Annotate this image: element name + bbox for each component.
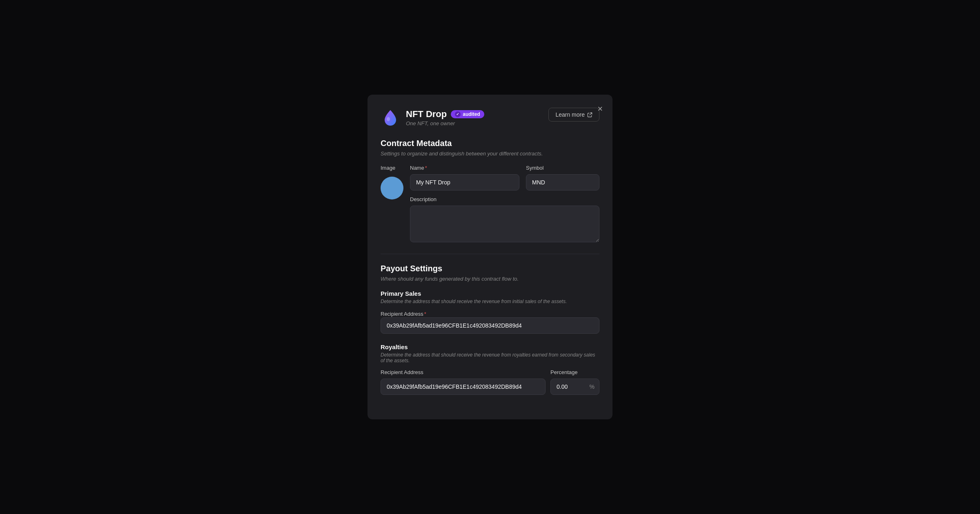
learn-more-button[interactable]: Learn more — [548, 108, 599, 122]
contract-metadata-desc: Settings to organize and distinguish bet… — [381, 151, 599, 157]
payout-settings-section: Payout Settings Where should any funds g… — [381, 264, 599, 395]
primary-sales-desc: Determine the address that should receiv… — [381, 299, 599, 304]
primary-recipient-required: * — [424, 311, 426, 317]
metadata-fields-column: Name* Symbol Description — [410, 165, 599, 242]
primary-recipient-label: Recipient Address* — [381, 311, 426, 317]
description-field-group: Description — [410, 196, 599, 242]
royalties-percentage-input[interactable] — [550, 379, 599, 395]
payout-settings-title: Payout Settings — [381, 264, 599, 273]
modal-title-group: NFT Drop ✓ audited One NFT, one owner — [406, 109, 484, 126]
svg-point-0 — [387, 117, 390, 121]
name-required: * — [425, 165, 427, 171]
audited-badge: ✓ audited — [451, 110, 484, 118]
contract-metadata-title: Contract Metadata — [381, 139, 599, 148]
name-input[interactable] — [410, 174, 519, 191]
name-field-group: Name* — [410, 165, 519, 191]
royalties-percentage-label: Percentage — [550, 369, 599, 375]
contract-metadata-section: Contract Metadata Settings to organize a… — [381, 139, 599, 242]
payout-settings-desc: Where should any funds generated by this… — [381, 276, 599, 282]
learn-more-label: Learn more — [555, 111, 585, 118]
primary-sales-title: Primary Sales — [381, 290, 599, 297]
modal-header-left: NFT Drop ✓ audited One NFT, one owner — [381, 108, 484, 127]
symbol-label: Symbol — [526, 165, 599, 171]
check-icon: ✓ — [455, 111, 461, 117]
royalties-percentage-group: Percentage % — [550, 369, 599, 395]
close-button[interactable]: × — [596, 103, 604, 115]
metadata-form: Image Name* Symbol — [381, 165, 599, 242]
description-textarea[interactable] — [410, 206, 599, 242]
image-label: Image — [381, 165, 403, 171]
modal-overlay: × NFT Drop — [0, 0, 980, 514]
name-symbol-row: Name* Symbol — [410, 165, 599, 191]
section-divider — [381, 254, 599, 254]
royalties-recipient-label: Recipient Address — [381, 369, 546, 375]
external-link-icon — [587, 112, 592, 117]
audited-label: audited — [463, 111, 480, 117]
royalties-subsection: Royalties Determine the address that sho… — [381, 343, 599, 395]
modal-subtitle: One NFT, one owner — [406, 120, 484, 126]
percent-input-wrapper: % — [550, 379, 599, 395]
symbol-input[interactable] — [526, 174, 599, 191]
modal-title-row: NFT Drop ✓ audited — [406, 109, 484, 120]
royalties-desc: Determine the address that should receiv… — [381, 352, 599, 363]
royalties-title: Royalties — [381, 343, 599, 350]
image-column: Image — [381, 165, 403, 199]
royalties-row: Recipient Address Percentage % — [381, 369, 599, 395]
primary-recipient-input[interactable] — [381, 317, 599, 334]
modal-header: NFT Drop ✓ audited One NFT, one owner Le… — [381, 108, 599, 127]
symbol-field-group: Symbol — [526, 165, 599, 191]
modal-container: × NFT Drop — [368, 95, 612, 419]
name-label: Name* — [410, 165, 519, 171]
royalties-recipient-group: Recipient Address — [381, 369, 546, 395]
image-upload-placeholder[interactable] — [381, 177, 403, 199]
modal-title: NFT Drop — [406, 109, 447, 120]
royalties-recipient-input[interactable] — [381, 379, 546, 395]
nft-drop-icon — [381, 108, 400, 127]
primary-sales-subsection: Primary Sales Determine the address that… — [381, 290, 599, 334]
description-label: Description — [410, 196, 599, 202]
